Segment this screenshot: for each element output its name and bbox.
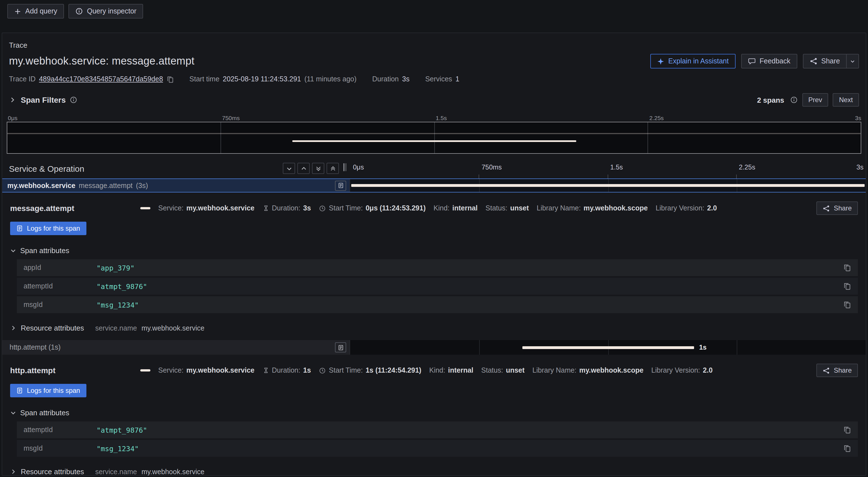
library-name-kv: Library Name: my.webhook.scope	[537, 204, 648, 212]
resource-preview-key: service.name	[95, 468, 137, 476]
status-value: unset	[510, 204, 529, 212]
log-document-icon	[338, 344, 344, 351]
minimap-tick: 0μs	[8, 115, 18, 121]
trace-id-value[interactable]: 489a44cc170e83454857a5647da59de8	[39, 75, 163, 83]
copy-attribute-button[interactable]	[843, 264, 851, 272]
span-logs-icon-button[interactable]	[335, 180, 346, 190]
trace-minimap: 0μs 750ms 1.5s 2.25s 3s	[7, 115, 861, 154]
duration-label: Duration:	[272, 366, 300, 374]
feedback-button[interactable]: Feedback	[741, 54, 797, 68]
start-time-kv: Start Time: 1s (11:24:54.291)	[319, 366, 422, 374]
span-attributes-toggle[interactable]: Span attributes	[2, 235, 866, 255]
comment-icon	[748, 57, 755, 65]
resource-attributes-toggle[interactable]: Resource attributes service.name my.webh…	[2, 315, 866, 332]
collapse-one-button[interactable]	[283, 163, 295, 174]
library-version-value: 2.0	[703, 366, 713, 374]
copy-attribute-button[interactable]	[843, 444, 851, 452]
query-inspector-label: Query inspector	[87, 7, 136, 15]
service-kv: Service: my.webhook.service	[158, 366, 254, 374]
expand-all-button[interactable]	[327, 163, 339, 174]
share-icon	[823, 205, 830, 212]
span-share-label: Share	[834, 204, 852, 212]
expand-one-button[interactable]	[298, 163, 310, 174]
share-button[interactable]: Share	[803, 54, 847, 68]
next-span-button[interactable]: Next	[833, 93, 859, 107]
duration-kv: Duration: 3s	[262, 204, 311, 212]
copy-attribute-button[interactable]	[843, 282, 851, 290]
services-group: Services 1	[425, 75, 460, 83]
span-logs-icon-button[interactable]	[335, 342, 346, 352]
hourglass-icon	[262, 205, 269, 212]
duration-value: 3s	[303, 204, 311, 212]
hourglass-icon	[262, 367, 269, 374]
minimap-canvas[interactable]	[7, 122, 861, 154]
attribute-row: msgId "msg_1234"	[17, 440, 858, 457]
attribute-value: "atmpt_9876"	[96, 282, 147, 290]
copy-icon	[166, 76, 174, 83]
collapse-all-button[interactable]	[312, 163, 324, 174]
attribute-value: "app_379"	[96, 264, 134, 272]
span-filters-label[interactable]: Span Filters	[21, 95, 66, 105]
minimap-tick: 750ms	[222, 115, 240, 121]
span-row-timeline[interactable]	[350, 179, 866, 192]
service-label: Service:	[158, 366, 184, 374]
service-kv: Service: my.webhook.service	[158, 204, 254, 212]
share-icon	[823, 367, 830, 374]
span-filters-right: 2 spans Prev Next	[757, 93, 859, 107]
query-inspector-button[interactable]: Query inspector	[68, 4, 143, 19]
span-bar-message-attempt[interactable]	[351, 184, 865, 187]
chevron-right-icon	[10, 469, 16, 475]
copy-icon	[843, 264, 851, 272]
span-share-button[interactable]: Share	[816, 202, 858, 215]
span-attributes-toggle[interactable]: Span attributes	[2, 397, 866, 417]
trace-heading: my.webhook.service: message.attempt	[9, 55, 194, 67]
attribute-row: attemptId "atmpt_9876"	[17, 421, 858, 438]
span-detail-message-attempt: message.attempt Service: my.webhook.serv…	[2, 192, 866, 340]
span-row-name-cell[interactable]: my.webhook.service message.attempt (3s)	[2, 179, 350, 192]
copy-attribute-button[interactable]	[843, 301, 851, 309]
feedback-label: Feedback	[760, 57, 790, 65]
copy-attribute-button[interactable]	[843, 426, 851, 434]
span-color-swatch	[140, 207, 150, 209]
attribute-row: attemptId "atmpt_9876"	[17, 278, 858, 295]
share-dropdown-button[interactable]	[846, 54, 859, 68]
copy-icon	[843, 301, 851, 309]
timeline-gridline	[479, 340, 480, 355]
info-circle-icon[interactable]	[790, 96, 798, 104]
prev-span-button[interactable]: Prev	[802, 93, 828, 107]
trace-id-group: Trace ID 489a44cc170e83454857a5647da59de…	[9, 75, 174, 83]
kind-kv: Kind: internal	[433, 204, 477, 212]
library-name-value: my.webhook.scope	[584, 204, 648, 212]
copy-trace-id-button[interactable]	[166, 76, 174, 83]
info-circle-icon[interactable]	[69, 96, 78, 104]
library-name-value: my.webhook.scope	[579, 366, 644, 374]
span-row-http-attempt[interactable]: http.attempt (1s) 1s	[2, 340, 866, 355]
kind-value: internal	[452, 204, 477, 212]
chevron-right-icon[interactable]	[9, 96, 16, 103]
resource-attributes-toggle[interactable]: Resource attributes service.name my.webh…	[2, 458, 866, 476]
chevron-down-icon	[849, 58, 856, 64]
trace-header-row: my.webhook.service: message.attempt Expl…	[2, 49, 866, 68]
add-query-button[interactable]: Add query	[7, 4, 64, 19]
status-label: Status:	[486, 204, 507, 212]
explain-label: Explain in Assistant	[668, 57, 728, 65]
logs-button-row: Logs for this span	[2, 215, 866, 235]
column-resize-handle[interactable]	[343, 163, 346, 171]
clock-icon	[319, 367, 326, 374]
explain-in-assistant-button[interactable]: Explain in Assistant	[650, 54, 735, 68]
span-row-name-cell[interactable]: http.attempt (1s)	[2, 340, 350, 355]
span-share-button[interactable]: Share	[816, 364, 858, 377]
start-time-value: 2025-08-19 11:24:53.291	[223, 75, 301, 83]
span-attributes-table: appId "app_379" attemptId "atmpt_9876" m…	[17, 259, 858, 313]
minimap-span-line-http-attempt	[292, 140, 577, 142]
start-time-label: Start Time:	[329, 204, 363, 212]
logs-for-span-button[interactable]: Logs for this span	[10, 384, 86, 397]
double-chevron-down-icon	[315, 165, 321, 172]
logs-for-span-label: Logs for this span	[27, 225, 80, 232]
status-label: Status:	[481, 366, 503, 374]
grafana-trace-view: Add query Query inspector Trace my.webho…	[0, 0, 868, 477]
span-row-timeline[interactable]: 1s	[350, 340, 866, 355]
logs-for-span-button[interactable]: Logs for this span	[10, 222, 86, 235]
span-row-message-attempt[interactable]: my.webhook.service message.attempt (3s)	[2, 178, 866, 192]
span-bar-http-attempt[interactable]	[522, 346, 694, 349]
